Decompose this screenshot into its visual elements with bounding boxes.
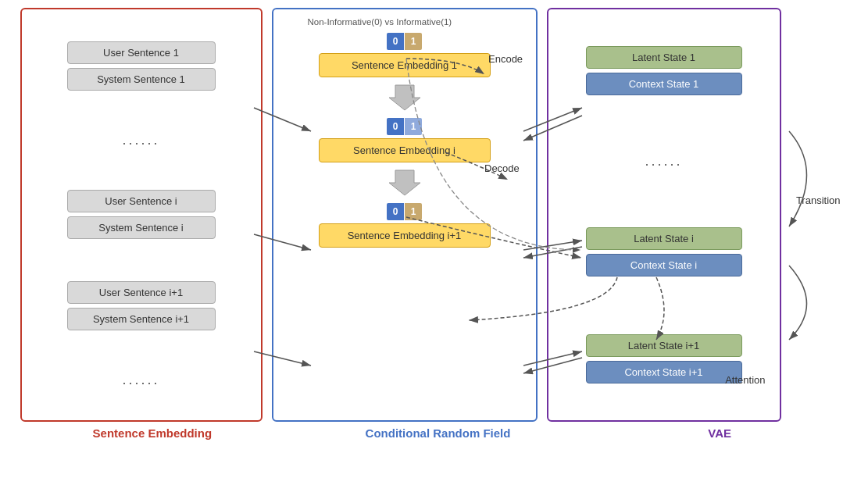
user-sentence-i1: User Sentence i+1 xyxy=(67,281,216,304)
svg-marker-1 xyxy=(389,170,420,195)
state-group-i1: Latent State i+1 Context State i+1 xyxy=(586,334,742,383)
right-panel: Latent State 1 Context State 1 ...... La… xyxy=(547,8,781,422)
embedding-box-i1: Sentence Embedding i+1 xyxy=(319,223,491,248)
label-0-i: 0 xyxy=(387,118,404,135)
label-box-1: 0 1 xyxy=(387,33,422,50)
bottom-labels: Sentence Embedding Conditional Random Fi… xyxy=(20,426,848,440)
non-informative-label: Non-Informative(0) vs Informative(1) xyxy=(308,17,452,27)
middle-panel: Non-Informative(0) vs Informative(1) 0 1… xyxy=(272,8,538,422)
sentence-group-i1: User Sentence i+1 System Sentence i+1 xyxy=(67,281,216,330)
system-sentence-i1: System Sentence i+1 xyxy=(67,308,216,330)
dots-right: ...... xyxy=(645,153,682,169)
label-box-i: 0 1 xyxy=(387,118,422,135)
dots-2: ...... xyxy=(122,372,159,388)
user-sentence-1: User Sentence 1 xyxy=(67,41,216,64)
latent-state-i: Latent State i xyxy=(586,227,742,250)
transition-label: Transition xyxy=(796,194,841,206)
sentence-group-i: User Sentence i System Sentence i xyxy=(67,190,216,239)
down-arrow-2 xyxy=(389,169,420,197)
system-sentence-i: System Sentence i xyxy=(67,216,216,239)
svg-marker-0 xyxy=(389,85,420,110)
context-state-i1: Context State i+1 xyxy=(586,361,742,383)
label-sentence-embedding: Sentence Embedding xyxy=(31,426,273,440)
embedding-row-i1: 0 1 Sentence Embedding i+1 xyxy=(284,203,525,248)
latent-state-i1: Latent State i+1 xyxy=(586,334,742,357)
sentence-group-1: User Sentence 1 System Sentence 1 xyxy=(67,41,216,91)
label-0-1: 0 xyxy=(387,33,404,50)
state-group-1: Latent State 1 Context State 1 xyxy=(586,46,742,95)
user-sentence-i: User Sentence i xyxy=(67,190,216,212)
label-1-i: 1 xyxy=(405,118,422,135)
embedding-row-i: 0 1 Sentence Embedding i xyxy=(284,118,525,162)
label-0-i1: 0 xyxy=(387,203,404,220)
label-1-i1: 1 xyxy=(405,203,422,220)
label-box-i1: 0 1 xyxy=(387,203,422,220)
context-state-i: Context State i xyxy=(586,254,742,276)
label-vae: VAE xyxy=(602,426,837,440)
latent-state-1: Latent State 1 xyxy=(586,46,742,69)
embedding-box-i: Sentence Embedding i xyxy=(319,138,491,162)
label-crf: Conditional Random Field xyxy=(305,426,570,440)
state-group-i: Latent State i Context State i xyxy=(586,227,742,276)
down-arrow-1 xyxy=(389,84,420,112)
embedding-box-1: Sentence Embedding 1 xyxy=(319,53,491,77)
left-panel: User Sentence 1 System Sentence 1 ......… xyxy=(20,8,263,422)
label-1-1: 1 xyxy=(405,33,422,50)
system-sentence-1: System Sentence 1 xyxy=(67,68,216,91)
attention-label: Attention xyxy=(725,374,765,386)
embedding-row-1: 0 1 Sentence Embedding 1 xyxy=(284,33,525,77)
dots-1: ...... xyxy=(122,132,159,148)
context-state-1: Context State 1 xyxy=(586,73,742,95)
